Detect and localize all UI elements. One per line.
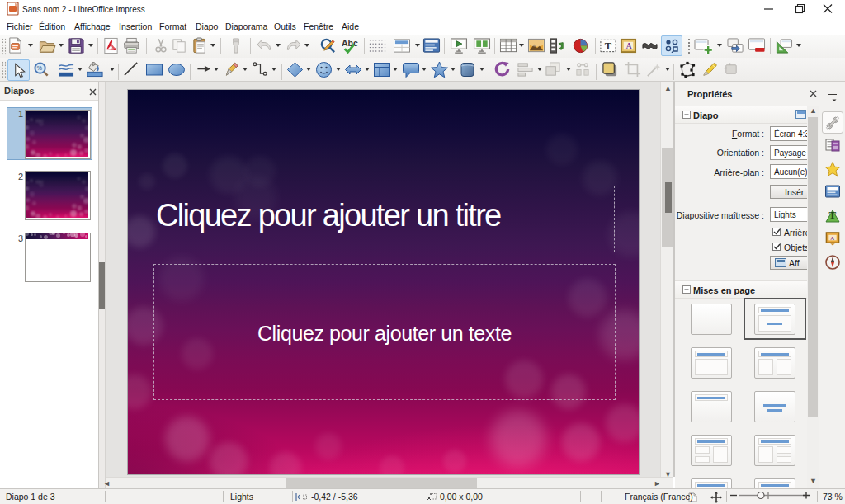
svg-text:A: A (830, 235, 834, 241)
svg-text:A: A (626, 41, 632, 50)
svg-text:T: T (605, 40, 612, 52)
svg-text:Abc: Abc (342, 38, 358, 48)
svg-text:T: T (829, 209, 837, 221)
svg-text:%: % (37, 65, 43, 72)
